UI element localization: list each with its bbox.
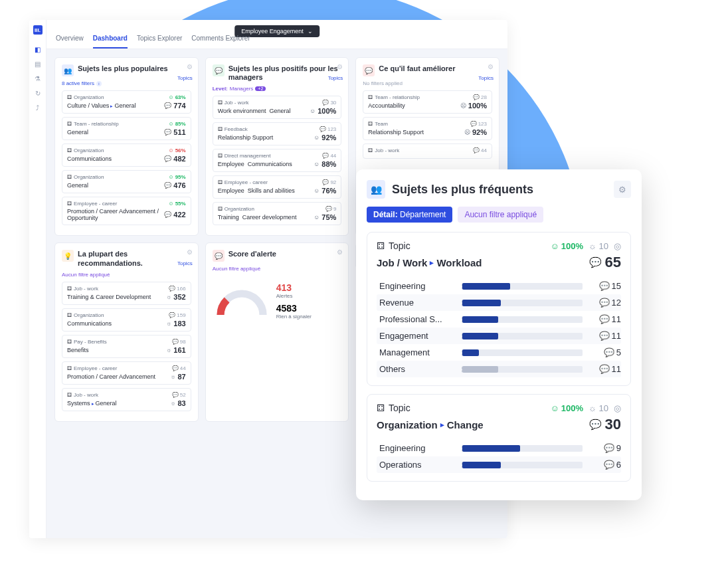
topic-item[interactable]: ⚃Organization💬9Training Career developme… [213, 202, 342, 225]
topics-link[interactable]: Topics [177, 75, 193, 81]
card-title: La plupart des recommandations. [78, 250, 191, 267]
tree-icon: ⚃ [67, 339, 72, 345]
tree-icon: ⚃ [218, 153, 223, 159]
no-filter-pill[interactable]: Aucun filtre appliqué [458, 207, 543, 223]
smile-icon: ☺ [168, 121, 173, 127]
dept-row[interactable]: Engineering💬9 [377, 440, 621, 456]
tree-icon: ⚃ [67, 174, 72, 180]
gauge-chart [215, 286, 268, 320]
dept-row[interactable]: Engagement💬11 [377, 328, 621, 344]
bar-fill [462, 283, 510, 290]
tree-icon: ⚃ [377, 240, 385, 251]
bar-track [462, 333, 583, 339]
topics-link[interactable]: Topics [478, 75, 494, 81]
gear-icon[interactable]: ⚙ [614, 181, 631, 198]
dashboard-icon[interactable]: ◧ [34, 45, 42, 53]
topic-item[interactable]: ⚃Employee - career☺55%Promotion / Career… [62, 197, 191, 225]
topic-item[interactable]: ⚃Team - relationship💬28Accountability☹10… [363, 90, 492, 114]
bubble-icon: 💬 [599, 331, 610, 341]
tab-comments-explorer[interactable]: Comments Explorer [191, 31, 250, 48]
dept-row[interactable]: Engineering💬15 [377, 278, 621, 294]
smile-icon: ☺ [168, 174, 173, 180]
info-icon: i [96, 81, 102, 86]
topic-item[interactable]: ⚃Employee - career💬92Employee Skills and… [213, 175, 342, 199]
topic-item[interactable]: ⚃Direct management💬44Employee Communicat… [213, 149, 342, 172]
tab-dashboard[interactable]: Dashboard [93, 31, 128, 48]
dept-name: Operations [377, 458, 456, 471]
topic-item[interactable]: ⚃Organization☺95%General💬476 [62, 170, 191, 193]
topic-item[interactable]: ⚃Job - work💬30Work environment General☺1… [213, 96, 342, 119]
topic-section: ⚃Topic☺100%☼ 10◎Job / Work ▸ Workload💬65… [367, 232, 631, 386]
filter-chip[interactable]: 8 active filters i [62, 80, 191, 86]
topbar: Employee Engagement ⌄ Overview Dashboard… [46, 20, 507, 49]
gear-icon[interactable]: ⚙ [488, 63, 494, 70]
tree-icon: ⚃ [67, 94, 72, 100]
tree-icon: ⚃ [67, 286, 72, 292]
bar-track [462, 366, 583, 373]
dept-count: 💬11 [588, 364, 621, 374]
gear-icon[interactable]: ⚙ [187, 248, 193, 256]
topic-item[interactable]: ⚃Organization☺56%Communications💬482 [62, 143, 191, 167]
logo[interactable]: III. [33, 25, 43, 35]
light-metric: ☼ 10 [589, 403, 608, 413]
topic-item[interactable]: ⚃Employee - career💬44Promotion / Career … [62, 361, 191, 385]
topic-item[interactable]: ⚃Feedback💬123Relationship Support☺92% [213, 122, 342, 145]
bubble-icon: 💬 [473, 94, 480, 100]
topic-item[interactable]: ⚃Organization💬159Communications☼183 [62, 308, 191, 332]
tab-topics-explorer[interactable]: Topics Explorer [137, 31, 182, 48]
database-icon[interactable]: ▤ [34, 60, 42, 68]
gear-icon[interactable]: ⚙ [337, 248, 343, 256]
chat-alert-icon: 💬 [213, 250, 225, 262]
topic-item[interactable]: ⚃Organization☺63%Culture / Values▸Genera… [62, 90, 191, 114]
filter-chip[interactable]: Level: Managers +2 [213, 86, 342, 92]
topic-item[interactable]: ⚃Job - work💬166Training & Career Develop… [62, 282, 191, 305]
topic-section: ⚃Topic☺100%☼ 10◎Organization ▸ Change💬30… [367, 394, 631, 482]
filter-chip[interactable]: Aucun filtre appliqué [62, 272, 191, 278]
card-title: Ce qu'il faut améliorer [379, 64, 455, 73]
target-icon[interactable]: ◎ [614, 403, 621, 413]
smile-icon: ☺ [314, 214, 319, 221]
target-icon[interactable]: ◎ [614, 241, 621, 251]
smile-icon: ☺ [168, 201, 173, 207]
refresh-icon[interactable]: ↻ [34, 89, 42, 97]
topic-total: 💬30 [589, 416, 621, 433]
tab-overview[interactable]: Overview [56, 31, 84, 48]
dept-row[interactable]: Others💬11 [377, 361, 621, 377]
alerts-label: Alertes [276, 293, 312, 299]
dept-count: 💬12 [588, 298, 621, 308]
sad-icon: ☹ [460, 102, 466, 109]
card-recommend: ⚙ Topics 💡 La plupart des recommandation… [54, 242, 199, 421]
gear-icon[interactable]: ⚙ [337, 63, 343, 70]
upload-icon[interactable]: ⤴ [34, 104, 42, 112]
smile-icon: ☺ [310, 108, 316, 114]
bubble-icon: 💬 [164, 211, 171, 218]
card-title: Sujets les plus positifs pour les manage… [228, 64, 342, 82]
bubble-icon: 💬 [322, 100, 329, 106]
topics-link[interactable]: Topics [328, 75, 343, 81]
alerts-count: 413 [276, 282, 312, 293]
topic-item[interactable]: ⚃Job - work💬52Systems▸General☼83 [62, 388, 191, 411]
dept-count: 💬6 [588, 460, 621, 470]
pct-badge: ☺100% [550, 403, 583, 413]
detail-filter-pill[interactable]: Détail: Département [367, 207, 452, 223]
tree-icon: ⚃ [67, 147, 72, 153]
topic-item[interactable]: ⚃Team - relationship☺85%General💬511 [62, 117, 191, 140]
sad-icon: ☹ [464, 129, 470, 136]
topic-item[interactable]: ⚃Team💬123Relationship Support☹92% [363, 117, 492, 140]
bar-track [462, 445, 583, 452]
topic-item[interactable]: ⚃Job - work💬44 [363, 143, 492, 159]
dept-row[interactable]: Management💬5 [377, 344, 621, 361]
beaker-icon[interactable]: ⚗ [34, 74, 42, 82]
topic-item[interactable]: ⚃Pay - Benefits💬98Benefits☼161 [62, 335, 191, 358]
light-icon: ☼ [166, 294, 171, 300]
topics-link[interactable]: Topics [177, 260, 193, 266]
dept-row[interactable]: Operations💬6 [377, 456, 621, 473]
dept-count: 💬15 [588, 281, 621, 291]
gear-icon[interactable]: ⚙ [187, 63, 193, 70]
bar-fill [462, 316, 498, 323]
filter-chip[interactable]: No filters applied [363, 80, 492, 86]
dept-row[interactable]: Professional S...💬11 [377, 311, 621, 328]
dept-row[interactable]: Revenue💬12 [377, 294, 621, 311]
filter-chip[interactable]: Aucun filtre appliqué [213, 266, 342, 272]
card-title: Score d'alerte [228, 250, 276, 258]
